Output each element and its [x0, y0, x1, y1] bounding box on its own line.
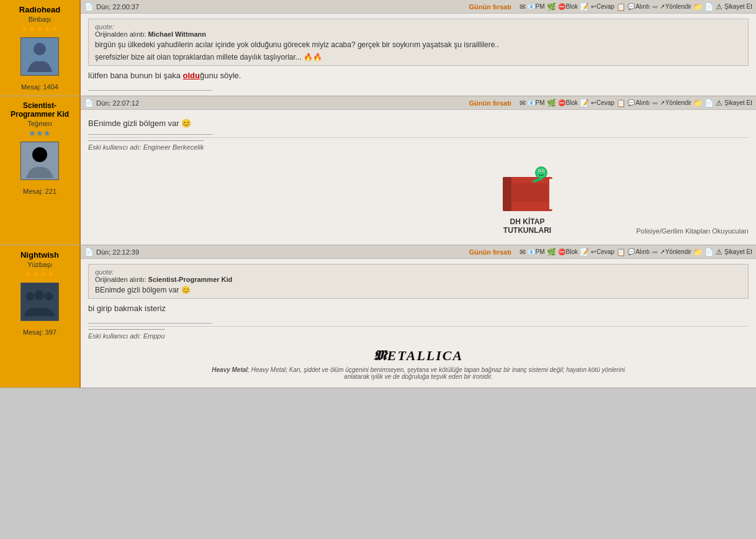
user-stars: ★★★ [29, 129, 51, 138]
post-divider [88, 90, 212, 91]
user-panel: Radiohead Binbaşı ★★★★★ Mesaj: 1404 [0, 0, 81, 96]
gunun-firsati[interactable]: Günün fırsatı [469, 248, 511, 256]
user-panel: Nightwish Yüzbaşı ★★★★ Mesaj: 397 [0, 245, 81, 387]
note-icon: 📄 [704, 99, 714, 107]
user-rank: Yüzbaşı [27, 261, 52, 268]
pm-button[interactable]: 📧PM [528, 99, 545, 106]
post-date: Dün; 22:07:12 [96, 99, 139, 107]
signature-book: DH KİTAP TUTKUNLARI [497, 161, 559, 235]
alinti-button[interactable]: 💬Alıntı [628, 99, 650, 106]
post-divider [88, 323, 212, 324]
post-content: BEnimde gizli bölgem var 😊 Eski kullanıc… [81, 110, 756, 245]
user-mesaj: Mesaj: 221 [23, 188, 56, 195]
sikayet-button[interactable]: Şikayet Et [724, 99, 752, 106]
quote-author: Orijinalden alıntı: Michael Wittmann [95, 30, 742, 38]
gunun-firsati[interactable]: Günün fırsatı [469, 3, 511, 11]
post-header-left: 📄 Dün; 22:12:39 [84, 248, 139, 256]
post-panel: 📄 Dün; 22:07:12 Günün fırsatı ✉ 📧PM 🌿 ⛔B… [81, 96, 756, 245]
yonlendir-button[interactable]: ↗Yönlendir [660, 99, 691, 106]
svg-rect-5 [503, 177, 511, 211]
quote-author: Orijinalden alıntı: Scientist-Programmer… [95, 276, 742, 283]
post-text: lütfen bana bunun bi şaka olduğunu söyle… [88, 71, 749, 80]
blok-button[interactable]: ⛔Blok [558, 99, 578, 106]
post-link[interactable]: oldu [183, 71, 200, 80]
post-actions: Günün fırsatı ✉ 📧PM 🌿 ⛔Blok 📝 ↩Cevap 📋 💬… [469, 248, 752, 256]
cevap-button[interactable]: ↩Cevap [591, 248, 614, 255]
post-panel: 📄 Dün; 22:00:37 Günün fırsatı ✉ 📧PM 🌿 ⛔B… [81, 0, 756, 96]
user-mesaj: Mesaj: 397 [23, 328, 56, 336]
forum-container: Radiohead Binbaşı ★★★★★ Mesaj: 1404 📄 Dü… [0, 0, 756, 388]
cevap-button[interactable]: ↩Cevap [591, 99, 614, 106]
user-mesaj: Mesaj: 1404 [21, 83, 58, 91]
quote-text: BEnimde gizli bölgem var 😊 [95, 286, 742, 294]
blok-button[interactable]: ⛔Blok [558, 248, 578, 255]
avatar [20, 37, 59, 76]
svg-point-9 [536, 168, 546, 178]
sig-right-text: Polisiye/Gerilim Kitapları Okuyucuları [636, 227, 749, 235]
quote-label: quote: [95, 268, 742, 276]
book-icon [497, 161, 559, 217]
cevap-button[interactable]: ↩Cevap [591, 3, 614, 10]
svg-point-12 [539, 170, 540, 171]
post-text: bi girip bakmak isteriz [88, 304, 749, 313]
pm-button[interactable]: 📧PM [528, 3, 545, 10]
post-date: Dün; 22:12:39 [96, 248, 139, 256]
metallica-tagline: Heavy Metal; Heavy Metal; Kan, şiddet ve… [201, 366, 636, 380]
username: Radiohead [19, 5, 60, 14]
username: Nightwish [20, 250, 59, 260]
avatar [20, 283, 59, 321]
svg-point-1 [34, 43, 46, 55]
user-panel: Scientist-Programmer Kid Teğmen ★★★ Mesa… [0, 96, 81, 245]
post-date: Dün; 22:00:37 [96, 3, 139, 11]
post-row: Radiohead Binbaşı ★★★★★ Mesaj: 1404 📄 Dü… [0, 0, 756, 96]
quote-text2: şerefsizler bize ait olan topraklardan m… [95, 53, 742, 61]
sikayet-button[interactable]: Şikayet Et [724, 3, 752, 10]
yonlendir-button[interactable]: ↗Yönlendir [660, 3, 691, 10]
warning-icon: ⚠ [716, 248, 722, 256]
svg-point-16 [26, 292, 35, 301]
svg-rect-7 [512, 183, 548, 202]
post-row: Scientist-Programmer Kid Teğmen ★★★ Mesa… [0, 96, 756, 245]
post-content: quote: Orijinalden alıntı: Scientist-Pro… [81, 259, 756, 387]
post-actions: Günün fırsatı ✉ 📧PM 🌿 ⛔Blok 📝 ↩Cevap 📋 💬… [469, 2, 752, 11]
envelope-icon: ✉ [520, 2, 526, 11]
envelope-icon: ✉ [520, 248, 526, 256]
post-actions: Günün fırsatı ✉ 📧PM 🌿 ⛔Blok 📝 ↩Cevap 📋 💬… [469, 99, 752, 107]
svg-rect-6 [549, 179, 552, 209]
user-rank: Binbaşı [29, 16, 52, 23]
note-icon: 📄 [704, 2, 714, 11]
post-header: 📄 Dün; 22:07:12 Günün fırsatı ✉ 📧PM 🌿 ⛔B… [81, 96, 756, 110]
post-header: 📄 Dün; 22:12:39 Günün fırsatı ✉ 📧PM 🌿 ⛔B… [81, 245, 756, 259]
yonlendir-button[interactable]: ↗Yönlendir [660, 248, 691, 255]
quote-text: birgün şu ülkedeki yahudilerin acılar iç… [95, 40, 742, 49]
blok-button[interactable]: ⛔Blok [558, 3, 578, 10]
post-header-left: 📄 Dün; 22:07:12 [84, 99, 139, 107]
post-panel: 📄 Dün; 22:12:39 Günün fırsatı ✉ 📧PM 🌿 ⛔B… [81, 245, 756, 387]
quote-box: quote: Orijinalden alıntı: Michael Wittm… [88, 19, 749, 66]
pm-button[interactable]: 📧PM [528, 248, 545, 255]
quote-box: quote: Orijinalden alıntı: Scientist-Pro… [88, 264, 749, 299]
sikayet-button[interactable]: Şikayet Et [724, 248, 752, 255]
eski-kullanici-area: Eski kullanıcı adı: Emppu [88, 326, 749, 345]
svg-point-17 [34, 291, 43, 300]
svg-point-18 [45, 292, 53, 301]
avatar [20, 142, 59, 180]
post-divider [88, 134, 212, 135]
post-header: 📄 Dün; 22:00:37 Günün fırsatı ✉ 📧PM 🌿 ⛔B… [81, 0, 756, 14]
eski-kullanici-area: Eski kullanıcı adı: Engineer Berkecelik [88, 137, 749, 156]
user-stars: ★★★★★ [21, 24, 58, 34]
warning-icon: ⚠ [716, 99, 722, 107]
envelope-icon: ✉ [520, 99, 526, 107]
post-header-left: 📄 Dün; 22:00:37 [84, 2, 139, 11]
alinti-button[interactable]: 💬Alıntı [628, 3, 650, 10]
page-doc-icon: 📄 [84, 2, 94, 11]
post-row: Nightwish Yüzbaşı ★★★★ Mesaj: 397 [0, 245, 756, 388]
note-icon: 📄 [704, 248, 714, 256]
gunun-firsati[interactable]: Günün fırsatı [469, 99, 511, 107]
page-doc-icon: 📄 [84, 248, 94, 256]
sig-caption: DH KİTAP TUTKUNLARI [503, 217, 551, 235]
svg-point-3 [32, 147, 47, 162]
metallica-logo: 𝕸ETALLICA [374, 348, 463, 364]
eski-kullanici: Eski kullanıcı adı: Emppu [88, 329, 165, 340]
alinti-button[interactable]: 💬Alıntı [628, 248, 650, 255]
